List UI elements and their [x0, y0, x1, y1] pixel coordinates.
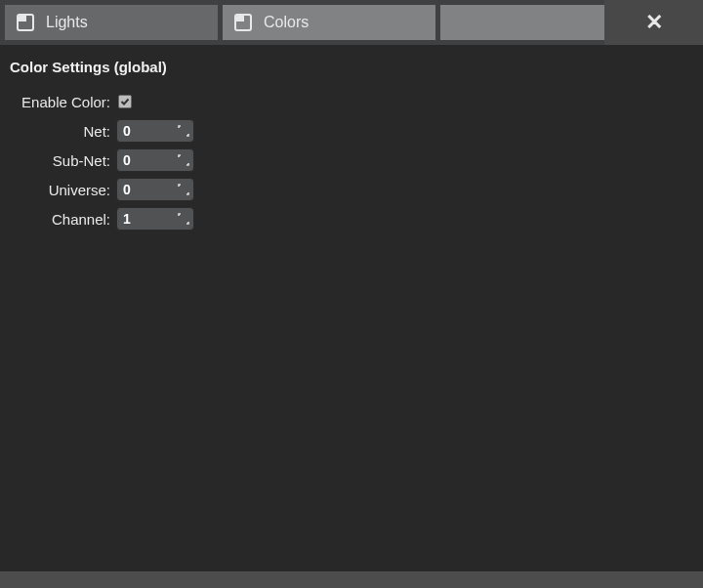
- content-panel: Color Settings (global) Enable Color: Ne…: [0, 45, 703, 571]
- subnet-field[interactable]: 0: [116, 148, 194, 172]
- net-field[interactable]: 0: [116, 119, 194, 143]
- channel-field[interactable]: 1: [116, 207, 194, 231]
- checkbox-box: [118, 95, 132, 108]
- row-net: Net: 0: [5, 116, 698, 146]
- tab-bar: Lights Colors ✕: [0, 0, 703, 45]
- net-value: 0: [123, 123, 131, 139]
- spinner-handle-icon[interactable]: [178, 125, 189, 137]
- label-subnet: Sub-Net:: [5, 152, 116, 169]
- check-icon: [120, 97, 130, 106]
- label-enable-color: Enable Color:: [5, 94, 116, 110]
- row-channel: Channel: 1: [5, 204, 698, 233]
- close-icon: ✕: [645, 12, 663, 33]
- spinner-handle-icon[interactable]: [178, 213, 189, 225]
- tab-label: Lights: [46, 14, 88, 31]
- spinner-handle-icon[interactable]: [178, 154, 189, 166]
- universe-value: 0: [123, 182, 131, 197]
- row-subnet: Sub-Net: 0: [5, 146, 698, 175]
- spinner-handle-icon[interactable]: [178, 184, 189, 195]
- window-icon: [234, 14, 252, 31]
- enable-color-checkbox[interactable]: [118, 95, 132, 108]
- tab-label: Colors: [264, 14, 309, 31]
- row-enable-color: Enable Color:: [5, 87, 698, 116]
- tab-colors[interactable]: Colors: [223, 5, 435, 40]
- section-title: Color Settings (global): [10, 59, 698, 75]
- label-channel: Channel:: [5, 211, 116, 228]
- tab-spacer: [440, 5, 604, 40]
- close-button[interactable]: ✕: [604, 0, 703, 45]
- label-universe: Universe:: [5, 182, 116, 198]
- subnet-value: 0: [123, 152, 131, 168]
- channel-value: 1: [123, 211, 131, 227]
- row-universe: Universe: 0: [5, 175, 698, 204]
- footer-bar: [0, 571, 703, 588]
- window-icon: [17, 14, 34, 31]
- label-net: Net:: [5, 123, 116, 140]
- universe-field[interactable]: 0: [116, 178, 194, 201]
- tab-lights[interactable]: Lights: [5, 5, 218, 40]
